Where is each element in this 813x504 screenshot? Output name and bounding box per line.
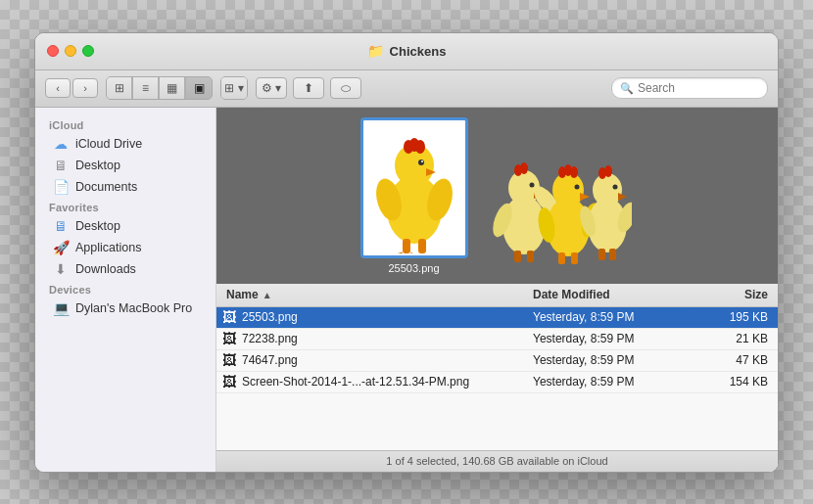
forward-button[interactable]: ›: [72, 78, 98, 98]
sidebar-item-fav-desktop[interactable]: 🖥 Desktop: [39, 215, 212, 237]
col-date-header[interactable]: Date Modified: [523, 288, 699, 301]
table-row[interactable]: 🖼 25503.png Yesterday, 8:59 PM 195 KB: [216, 307, 778, 329]
arrange-button[interactable]: ⊞ ▾: [221, 77, 247, 99]
sidebar-section-icloud: iCloud: [35, 115, 215, 133]
title-bar: 📁 Chickens: [35, 33, 778, 70]
search-icon: 🔍: [620, 82, 634, 95]
tag-button[interactable]: ⬭: [330, 77, 361, 99]
sidebar-label-downloads: Downloads: [75, 262, 136, 276]
status-text: 1 of 4 selected, 140.68 GB available on …: [386, 455, 607, 467]
svg-point-3: [418, 160, 424, 165]
cloud-icon: ☁: [53, 136, 69, 152]
svg-marker-27: [580, 193, 590, 201]
status-bar: 1 of 4 selected, 140.68 GB available on …: [216, 450, 778, 472]
view-buttons: ⊞ ≡ ▦ ▣: [106, 76, 213, 100]
svg-point-28: [575, 184, 580, 189]
preview-secondary: [488, 137, 635, 274]
laptop-icon: 💻: [53, 300, 69, 316]
sidebar-label-desktop: Desktop: [75, 159, 120, 172]
file-icon: 🖼: [222, 331, 236, 346]
sort-arrow: ▲: [263, 290, 272, 300]
file-size-cell: 154 KB: [699, 375, 778, 389]
svg-rect-11: [418, 239, 426, 253]
svg-point-20: [520, 162, 528, 174]
sidebar-label-macbook: Dylan's MacBook Pro: [75, 301, 192, 315]
file-date-cell: Yesterday, 8:59 PM: [523, 375, 699, 389]
svg-marker-38: [618, 193, 627, 201]
svg-point-26: [552, 172, 584, 207]
file-name-cell: 🖼 25503.png: [216, 309, 523, 325]
file-icon: 🖼: [222, 352, 236, 368]
share-button[interactable]: ⬆: [293, 77, 324, 99]
svg-point-31: [570, 166, 578, 178]
sidebar-item-icloud-drive[interactable]: ☁ iCloud Drive: [39, 133, 212, 155]
file-icon: 🖼: [222, 374, 236, 389]
sidebar-item-downloads[interactable]: ⬇ Downloads: [39, 258, 212, 280]
search-input[interactable]: [638, 81, 759, 95]
file-date-cell: Yesterday, 8:59 PM: [523, 310, 699, 324]
svg-point-39: [613, 184, 618, 189]
group-view-buttons: ⊞ ▾: [220, 76, 248, 100]
minimize-button[interactable]: [65, 45, 76, 57]
preview-pane: 25503.png: [216, 108, 778, 284]
applications-icon: 🚀: [53, 240, 69, 255]
sidebar-label-fav-desktop: Desktop: [75, 219, 120, 233]
sidebar-item-macbook[interactable]: 💻 Dylan's MacBook Pro: [39, 298, 212, 319]
fav-desktop-icon: 🖥: [53, 218, 69, 234]
folder-icon: 📁: [367, 43, 384, 59]
svg-point-7: [415, 140, 425, 154]
file-list: 🖼 25503.png Yesterday, 8:59 PM 195 KB 🖼 …: [216, 307, 778, 450]
list-view-button[interactable]: ≡: [133, 77, 159, 99]
preview-selected-item: 25503.png: [360, 117, 468, 274]
cover-flow-button[interactable]: ▣: [186, 77, 212, 99]
file-name-cell: 🖼 72238.png: [216, 331, 523, 346]
window-title-area: 📁 Chickens: [367, 43, 447, 59]
desktop-icon: 🖥: [53, 158, 69, 173]
file-list-header: Name ▲ Date Modified Size: [216, 284, 778, 307]
svg-rect-35: [571, 252, 578, 264]
svg-rect-23: [514, 251, 521, 262]
content-area: 25503.png: [216, 108, 778, 472]
back-button[interactable]: ‹: [45, 78, 71, 98]
svg-rect-45: [609, 249, 616, 260]
svg-rect-34: [558, 252, 565, 264]
preview-item-label: 25503.png: [389, 262, 440, 274]
svg-point-18: [530, 182, 535, 187]
search-bar[interactable]: 🔍: [611, 77, 768, 99]
sidebar-label-icloud-drive: iCloud Drive: [75, 137, 142, 151]
table-row[interactable]: 🖼 72238.png Yesterday, 8:59 PM 21 KB: [216, 329, 778, 350]
file-size-cell: 47 KB: [699, 353, 778, 367]
sidebar: iCloud ☁ iCloud Drive 🖥 Desktop 📄 Docume…: [35, 108, 216, 472]
sidebar-label-applications: Applications: [75, 241, 141, 254]
sidebar-section-favorites: Favorites: [35, 198, 215, 215]
close-button[interactable]: [47, 45, 59, 57]
sidebar-item-applications[interactable]: 🚀 Applications: [39, 237, 212, 258]
file-date-cell: Yesterday, 8:59 PM: [523, 353, 699, 367]
chicken-group-illustration: [490, 147, 632, 274]
svg-rect-44: [598, 249, 605, 260]
toolbar: ‹ › ⊞ ≡ ▦ ▣ ⊞ ▾ ⚙ ▾ ⬆ ⬭ 🔍: [35, 70, 778, 108]
sidebar-item-desktop[interactable]: 🖥 Desktop: [39, 155, 212, 176]
sidebar-section-devices: Devices: [35, 280, 215, 298]
icon-view-button[interactable]: ⊞: [107, 77, 132, 99]
svg-rect-10: [403, 239, 410, 253]
col-size-header[interactable]: Size: [699, 288, 778, 301]
preview-item-frame: [360, 117, 468, 258]
column-view-button[interactable]: ▦: [160, 77, 185, 99]
sidebar-label-documents: Documents: [75, 180, 137, 194]
finder-window: 📁 Chickens ‹ › ⊞ ≡ ▦ ▣ ⊞ ▾ ⚙ ▾ ⬆ ⬭ 🔍: [34, 32, 779, 473]
table-row[interactable]: 🖼 74647.png Yesterday, 8:59 PM 47 KB: [216, 350, 778, 372]
svg-rect-24: [527, 251, 534, 262]
sidebar-item-documents[interactable]: 📄 Documents: [39, 176, 212, 198]
svg-point-37: [593, 173, 622, 206]
nav-buttons: ‹ ›: [45, 78, 98, 98]
table-row[interactable]: 🖼 Screen-Shot-2014-1-...-at-12.51.34-PM.…: [216, 372, 778, 393]
file-name-cell: 🖼 Screen-Shot-2014-1-...-at-12.51.34-PM.…: [216, 374, 523, 389]
file-size-cell: 195 KB: [699, 310, 778, 324]
downloads-icon: ⬇: [53, 261, 69, 277]
file-icon: 🖼: [222, 309, 236, 325]
svg-point-4: [421, 160, 423, 162]
col-name-header[interactable]: Name ▲: [216, 288, 523, 301]
action-button[interactable]: ⚙ ▾: [256, 77, 287, 99]
maximize-button[interactable]: [82, 45, 94, 57]
